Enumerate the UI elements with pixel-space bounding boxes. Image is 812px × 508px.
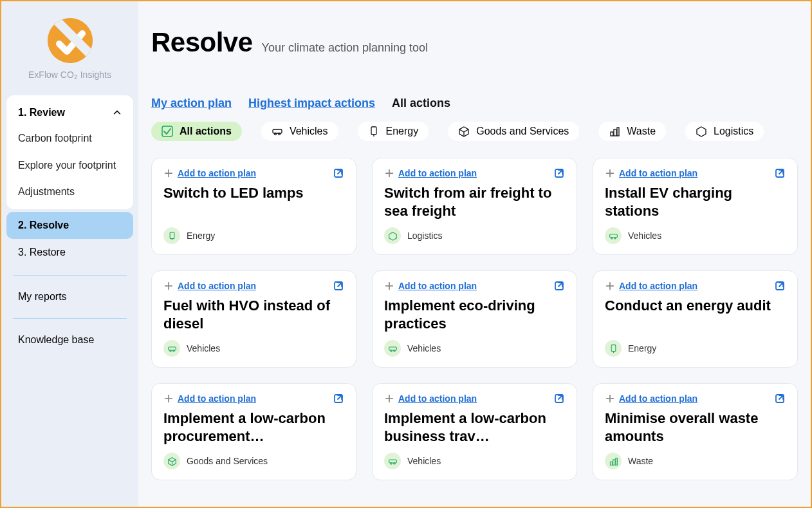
svg-line-61 [779,395,783,399]
category-label: Energy [628,343,656,353]
logistics-icon [696,126,707,137]
svg-point-40 [393,350,395,352]
plus-icon [163,393,174,404]
vehicle-icon [163,340,180,357]
category-label: Goods and Services [187,456,268,466]
goods-icon [458,126,470,137]
goods-icon [163,453,180,469]
svg-point-4 [278,133,280,135]
card-top: Add to action plan [384,167,565,179]
add-label: Add to action plan [398,393,477,404]
add-to-plan-link[interactable]: Add to action plan [605,281,697,291]
plus-icon [384,168,394,178]
card-title: Fuel with HVO instead of diesel [163,297,344,332]
open-external-icon[interactable] [333,393,344,404]
nav-resolve[interactable]: 2. Resolve [6,212,133,239]
add-to-plan-link[interactable]: Add to action plan [605,168,697,178]
nav-review-header[interactable]: 1. Review [6,103,133,125]
svg-rect-5 [371,127,376,135]
check-icon [161,126,173,137]
nav-sub-adjustments[interactable]: Adjustments [6,178,133,205]
open-external-icon[interactable] [774,393,786,404]
filter-vehicles[interactable]: Vehicles [261,122,338,141]
filter-energy[interactable]: Energy [358,122,429,141]
tab-my-action-plan[interactable]: My action plan [151,97,232,110]
action-card: Add to action plan Switch to LED lamps E… [151,158,356,255]
action-card: Add to action plan Fuel with HVO instead… [151,270,356,368]
action-card: Add to action plan Implement a low-carbo… [372,383,577,480]
nav-divider [13,318,127,319]
add-label: Add to action plan [619,168,697,178]
brand-logo [48,18,93,63]
svg-line-50 [338,395,342,399]
filter-all-actions[interactable]: All actions [151,122,242,141]
card-category: Vehicles [384,453,565,469]
card-category: Vehicles [384,340,565,357]
add-to-plan-link[interactable]: Add to action plan [384,168,477,178]
category-label: Vehicles [187,343,220,353]
svg-point-33 [172,350,174,352]
card-title: Minimise overall waste amounts [605,409,786,445]
card-title: Switch from air freight to sea freight [384,184,565,220]
card-top: Add to action plan [163,393,344,404]
svg-rect-45 [611,344,616,351]
svg-rect-38 [389,347,396,350]
svg-point-32 [169,350,171,352]
svg-rect-31 [168,347,176,350]
add-to-plan-link[interactable]: Add to action plan [384,393,477,404]
svg-line-54 [558,395,562,399]
open-external-icon[interactable] [774,280,786,292]
card-category: Waste [605,453,786,469]
svg-rect-2 [273,129,282,133]
card-top: Add to action plan [605,167,786,179]
filter-logistics[interactable]: Logistics [685,122,764,141]
open-external-icon[interactable] [333,280,344,292]
filter-waste[interactable]: Waste [598,122,666,141]
add-to-plan-link[interactable]: Add to action plan [605,393,697,404]
nav-sub-carbon-footprint[interactable]: Carbon footprint [6,125,133,152]
add-to-plan-link[interactable]: Add to action plan [384,281,477,291]
tab-highest-impact[interactable]: Highest impact actions [248,97,375,110]
open-external-icon[interactable] [553,393,565,404]
card-top: Add to action plan [605,393,786,404]
add-label: Add to action plan [619,393,697,404]
filter-label: Logistics [714,126,753,137]
page-header: Resolve Your climate action planning too… [151,27,798,58]
nav-my-reports[interactable]: My reports [6,285,133,309]
nav-sub-explore-footprint[interactable]: Explore your footprint [6,152,133,179]
energy-icon [163,227,180,244]
open-external-icon[interactable] [553,167,565,179]
svg-rect-62 [610,462,612,465]
tab-all-actions[interactable]: All actions [392,97,450,110]
card-category: Energy [605,340,786,357]
card-title: Implement a low-carbon business trav… [384,409,565,445]
open-external-icon[interactable] [553,280,565,292]
svg-rect-9 [617,127,619,136]
nav-restore[interactable]: 3. Restore [6,239,133,266]
open-external-icon[interactable] [774,167,786,179]
category-label: Vehicles [407,343,441,353]
svg-point-25 [611,237,613,239]
open-external-icon[interactable] [333,167,344,179]
action-card: Add to action plan Implement eco-driving… [372,270,577,368]
add-label: Add to action plan [178,281,256,291]
waste-icon [609,126,620,137]
add-to-plan-link[interactable]: Add to action plan [163,281,256,291]
add-label: Add to action plan [619,281,697,291]
category-label: Vehicles [407,456,441,466]
action-card: Add to action plan Switch from air freig… [372,158,577,255]
nav-knowledge-base[interactable]: Knowledge base [6,328,133,352]
energy-icon [605,340,622,357]
card-top: Add to action plan [163,167,344,179]
plus-icon [605,393,615,404]
filter-goods[interactable]: Goods and Services [448,122,579,141]
add-to-plan-link[interactable]: Add to action plan [163,168,256,178]
svg-point-39 [390,350,392,352]
brand-name: ExFlow CO₂ Insights [28,70,111,80]
plus-icon [605,281,615,291]
add-to-plan-link[interactable]: Add to action plan [163,393,256,404]
svg-rect-8 [614,129,616,136]
action-card: Add to action plan Install EV charging s… [593,158,798,255]
energy-icon [368,126,380,137]
vehicle-icon [384,453,401,469]
